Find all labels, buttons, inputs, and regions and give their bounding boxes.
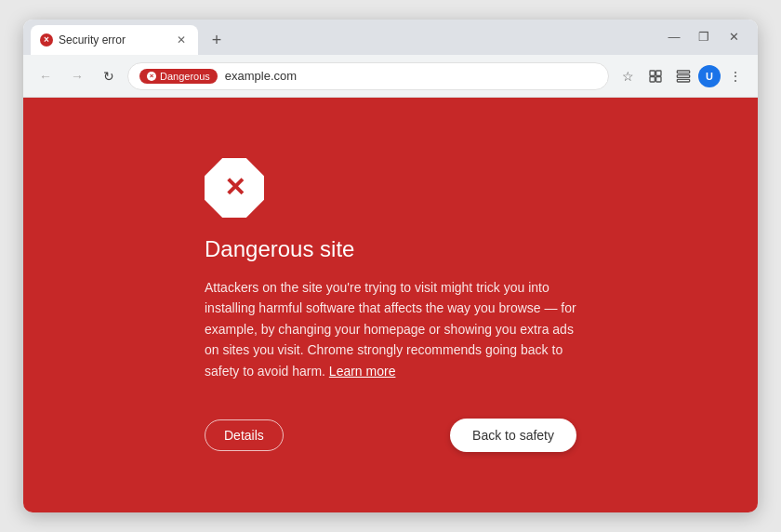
url-input[interactable]: Dangerous example.com	[127, 62, 609, 90]
active-tab[interactable]: Security error ✕	[31, 25, 198, 55]
error-page: ✕ Dangerous site Attackers on the site y…	[23, 98, 758, 512]
url-text: example.com	[225, 69, 597, 83]
profile-avatar[interactable]: U	[698, 65, 721, 87]
address-icons: ☆ U ⋮	[615, 63, 748, 89]
tab-bar: Security error ✕ + — ❐ ✕	[23, 20, 758, 55]
forward-button[interactable]: →	[64, 63, 90, 89]
tab-favicon-icon	[40, 33, 53, 47]
error-buttons: Details Back to safety	[205, 419, 576, 452]
address-bar: ← → ↻ Dangerous example.com ☆	[23, 55, 758, 98]
restore-button[interactable]: ❐	[691, 23, 717, 49]
error-icon-symbol: ✕	[224, 175, 245, 201]
error-container: ✕ Dangerous site Attackers on the site y…	[167, 140, 614, 471]
svg-rect-2	[650, 76, 655, 81]
menu-button[interactable]: ⋮	[722, 63, 748, 89]
tab-close-button[interactable]: ✕	[174, 33, 189, 47]
new-tab-button[interactable]: +	[204, 27, 230, 53]
svg-rect-0	[650, 71, 655, 75]
back-button[interactable]: ←	[33, 63, 59, 89]
close-button[interactable]: ✕	[721, 23, 747, 49]
error-description: Attackers on the site you're trying to v…	[205, 277, 576, 381]
details-button[interactable]: Details	[205, 419, 284, 451]
learn-more-link[interactable]: Learn more	[329, 364, 396, 379]
extensions-button[interactable]	[642, 63, 668, 89]
bookmark-button[interactable]: ☆	[615, 63, 641, 89]
back-to-safety-button[interactable]: Back to safety	[450, 419, 576, 452]
svg-rect-3	[656, 76, 661, 81]
error-icon: ✕	[205, 158, 264, 218]
dangerous-badge-label: Dangerous	[160, 71, 210, 82]
minimize-button[interactable]: —	[661, 23, 687, 49]
error-title: Dangerous site	[205, 236, 576, 262]
reload-button[interactable]: ↻	[96, 63, 122, 89]
dangerous-badge: Dangerous	[139, 69, 218, 84]
tab-title: Security error	[59, 33, 168, 47]
dangerous-badge-icon	[147, 72, 156, 81]
tab-search-button[interactable]	[670, 63, 696, 89]
window-controls: — ❐ ✕	[661, 23, 750, 55]
svg-rect-4	[677, 71, 689, 73]
svg-rect-1	[656, 71, 661, 75]
svg-rect-6	[677, 79, 689, 82]
svg-rect-5	[677, 74, 689, 77]
browser-window: Security error ✕ + — ❐ ✕ ← → ↻ Dangerous…	[23, 20, 758, 512]
